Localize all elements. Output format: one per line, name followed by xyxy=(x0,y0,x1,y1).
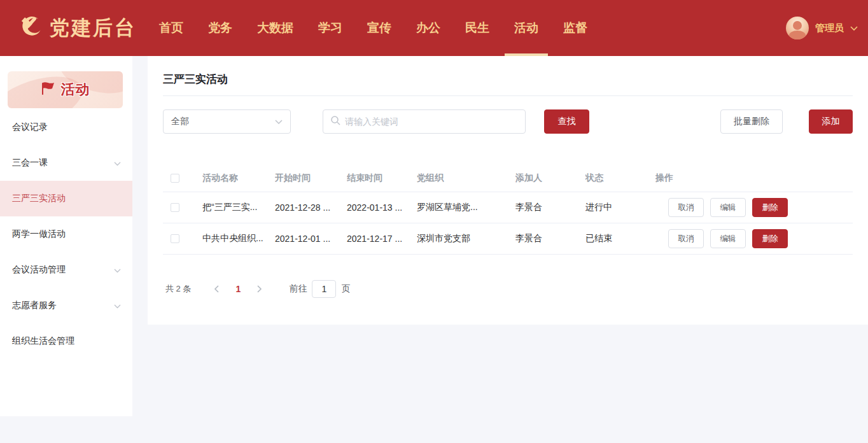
sidebar-banner-label: 活动 xyxy=(61,80,90,99)
party-emblem-icon xyxy=(17,13,43,43)
cell-status: 已结束 xyxy=(585,233,655,244)
chevron-down-icon xyxy=(114,158,121,168)
row-checkbox[interactable] xyxy=(171,234,179,243)
chevron-left-icon[interactable] xyxy=(206,280,227,298)
sidebar: 活动 会议记录 三会一课 三严三实活动 两学一做活动 会议活动管理 志愿者服务 xyxy=(0,56,132,416)
sidebar-item-label: 两学一做活动 xyxy=(12,229,66,240)
cell-end-time: 2021-12-17 ... xyxy=(347,234,417,244)
cell-activity-name: 把“三严三实... xyxy=(202,202,275,213)
sidebar-banner: 活动 xyxy=(8,71,123,108)
main-panel: 三严三实活动 全部 查找 批量删除 添加 活动名称 开始时间 结 xyxy=(148,56,868,325)
sidebar-item-label: 三会一课 xyxy=(12,157,48,169)
chevron-right-icon[interactable] xyxy=(249,280,270,298)
column-header-end: 结束时间 xyxy=(347,172,417,184)
pagination-total: 共 2 条 xyxy=(165,283,191,295)
activity-table: 活动名称 开始时间 结束时间 党组织 添加人 状态 操作 把“三严三实... 2… xyxy=(163,164,853,255)
column-header-name: 活动名称 xyxy=(202,172,275,184)
nav-item-livelihood[interactable]: 民生 xyxy=(465,0,489,56)
filter-row: 全部 查找 批量删除 添加 xyxy=(148,109,868,134)
pagination-page-unit: 页 xyxy=(341,283,350,295)
sidebar-item-liangxue-yizuo[interactable]: 两学一做活动 xyxy=(0,216,132,252)
cell-start-time: 2021-12-01 ... xyxy=(275,234,347,244)
cell-activity-name: 中共中央组织... xyxy=(202,233,275,244)
cell-adder: 李景合 xyxy=(515,202,585,213)
cancel-button[interactable]: 取消 xyxy=(668,229,704,248)
column-header-actions: 操作 xyxy=(655,172,853,184)
row-actions: 取消 编辑 删除 xyxy=(655,198,853,217)
add-button[interactable]: 添加 xyxy=(809,109,853,134)
cell-adder: 李景合 xyxy=(515,233,585,244)
app-title: 党建后台 xyxy=(50,15,136,41)
nav-item-party-affairs[interactable]: 党务 xyxy=(208,0,232,56)
pagination-goto-input[interactable] xyxy=(312,280,336,298)
user-name: 管理员 xyxy=(815,22,844,34)
pagination: 共 2 条 1 前往 页 xyxy=(165,280,350,298)
column-header-org: 党组织 xyxy=(417,172,515,184)
cell-start-time: 2021-12-28 ... xyxy=(275,202,347,213)
column-header-adder: 添加人 xyxy=(515,172,585,184)
column-header-status: 状态 xyxy=(585,172,655,184)
sidebar-item-three-meetings[interactable]: 三会一课 xyxy=(0,145,132,181)
search-input[interactable] xyxy=(345,116,518,127)
delete-button[interactable]: 删除 xyxy=(752,229,788,248)
sidebar-item-org-life-meeting-mgmt[interactable]: 组织生活会管理 xyxy=(0,323,132,359)
user-menu[interactable]: 管理员 xyxy=(786,0,858,56)
sidebar-item-label: 会议活动管理 xyxy=(12,264,66,276)
page-title: 三严三实活动 xyxy=(163,72,228,87)
sidebar-item-label: 会议记录 xyxy=(12,122,48,133)
nav-item-publicity[interactable]: 宣传 xyxy=(367,0,391,56)
sidebar-item-volunteer-service[interactable]: 志愿者服务 xyxy=(0,288,132,323)
nav-item-big-data[interactable]: 大数据 xyxy=(257,0,293,56)
table-header-row: 活动名称 开始时间 结束时间 党组织 添加人 状态 操作 xyxy=(163,164,853,192)
search-button[interactable]: 查找 xyxy=(544,109,589,134)
sidebar-item-label: 志愿者服务 xyxy=(12,300,57,311)
app-logo: 党建后台 xyxy=(17,0,136,56)
batch-delete-button[interactable]: 批量删除 xyxy=(720,109,783,134)
nav-item-study[interactable]: 学习 xyxy=(318,0,342,56)
user-avatar xyxy=(786,17,809,39)
category-select[interactable]: 全部 xyxy=(163,109,291,134)
cell-end-time: 2022-01-13 ... xyxy=(347,202,417,213)
sidebar-menu: 会议记录 三会一课 三严三实活动 两学一做活动 会议活动管理 志愿者服务 xyxy=(0,109,132,359)
delete-button[interactable]: 删除 xyxy=(752,198,788,217)
top-header: 党建后台 首页 党务 大数据 学习 宣传 办公 民生 活动 监督 管理员 xyxy=(0,0,868,56)
nav-item-supervision[interactable]: 监督 xyxy=(563,0,587,56)
main-nav: 首页 党务 大数据 学习 宣传 办公 民生 活动 监督 xyxy=(159,0,587,56)
row-actions: 取消 编辑 删除 xyxy=(655,229,853,248)
sidebar-item-label: 三严三实活动 xyxy=(12,193,66,204)
cell-party-org: 深圳市党支部 xyxy=(417,233,515,244)
search-icon xyxy=(330,115,340,128)
category-select-value: 全部 xyxy=(171,116,189,127)
title-divider xyxy=(163,95,853,96)
edit-button[interactable]: 编辑 xyxy=(710,229,746,248)
row-checkbox[interactable] xyxy=(171,203,179,212)
pagination-page-1[interactable]: 1 xyxy=(227,284,249,294)
nav-item-activity[interactable]: 活动 xyxy=(514,0,538,56)
column-header-start: 开始时间 xyxy=(275,172,347,184)
cell-status: 进行中 xyxy=(585,202,655,213)
chevron-down-icon xyxy=(850,22,858,34)
sidebar-item-label: 组织生活会管理 xyxy=(12,335,74,347)
sidebar-item-meeting-activity-mgmt[interactable]: 会议活动管理 xyxy=(0,252,132,288)
table-row: 把“三严三实... 2021-12-28 ... 2022-01-13 ... … xyxy=(163,192,853,223)
cancel-button[interactable]: 取消 xyxy=(668,198,704,217)
search-box xyxy=(323,109,526,134)
pagination-goto-label: 前往 xyxy=(289,283,307,295)
nav-item-office[interactable]: 办公 xyxy=(416,0,440,56)
edit-button[interactable]: 编辑 xyxy=(710,198,746,217)
nav-item-home[interactable]: 首页 xyxy=(159,0,183,56)
select-all-checkbox[interactable] xyxy=(171,174,179,183)
cell-party-org: 罗湖区草埔党... xyxy=(417,202,515,213)
table-row: 中共中央组织... 2021-12-01 ... 2021-12-17 ... … xyxy=(163,223,853,255)
chevron-down-icon xyxy=(114,300,121,311)
sidebar-item-meeting-records[interactable]: 会议记录 xyxy=(0,109,132,145)
chevron-down-icon xyxy=(275,116,283,127)
sidebar-item-sanyan-sanshi[interactable]: 三严三实活动 xyxy=(0,181,132,216)
chevron-down-icon xyxy=(114,265,121,275)
